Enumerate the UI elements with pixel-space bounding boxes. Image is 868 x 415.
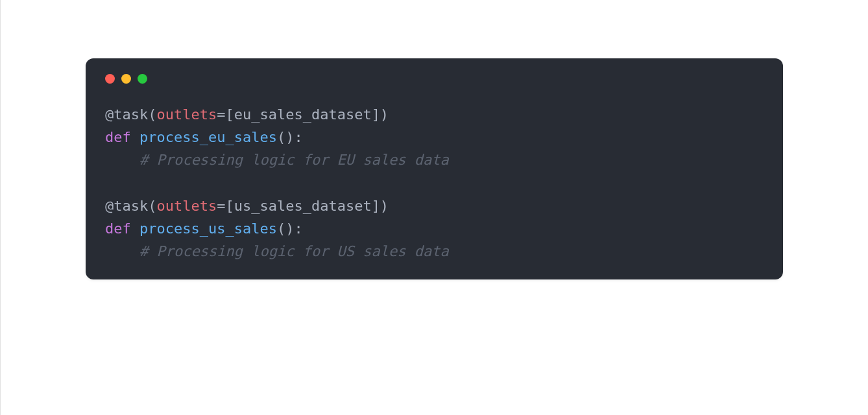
- code-token: ]): [372, 106, 389, 123]
- code-token: ():: [277, 220, 303, 237]
- code-token: =[: [217, 106, 234, 123]
- code-token: @task: [105, 106, 148, 123]
- code-token: outlets: [156, 106, 217, 123]
- code-token: ():: [277, 129, 303, 145]
- code-token: process_eu_sales: [139, 129, 277, 145]
- code-token: (: [148, 106, 156, 123]
- code-line: # Processing logic for US sales data: [105, 243, 449, 259]
- code-token: ]): [372, 198, 389, 214]
- code-window: @task(outlets=[eu_sales_dataset]) def pr…: [86, 58, 783, 279]
- code-line: @task(outlets=[us_sales_dataset]): [105, 198, 389, 214]
- window-traffic-lights: [105, 74, 764, 84]
- code-token: outlets: [156, 198, 217, 214]
- minimize-icon[interactable]: [121, 74, 131, 84]
- code-token: process_us_sales: [139, 220, 277, 237]
- code-token: # Processing logic for US sales data: [139, 243, 449, 259]
- code-block: @task(outlets=[eu_sales_dataset]) def pr…: [105, 103, 764, 263]
- code-line: @task(outlets=[eu_sales_dataset]): [105, 106, 389, 123]
- code-token: def: [105, 220, 139, 237]
- code-token: eu_sales_dataset: [234, 106, 372, 123]
- close-icon[interactable]: [105, 74, 115, 84]
- code-token: # Processing logic for EU sales data: [139, 152, 449, 168]
- code-token: @task: [105, 198, 148, 214]
- code-line: def process_us_sales():: [105, 220, 303, 237]
- zoom-icon[interactable]: [138, 74, 147, 84]
- code-line: def process_eu_sales():: [105, 129, 303, 145]
- page-container: @task(outlets=[eu_sales_dataset]) def pr…: [0, 0, 868, 415]
- code-token: (: [148, 198, 156, 214]
- code-token: def: [105, 129, 139, 145]
- code-token: us_sales_dataset: [234, 198, 372, 214]
- code-token: =[: [217, 198, 234, 214]
- code-line: # Processing logic for EU sales data: [105, 152, 449, 168]
